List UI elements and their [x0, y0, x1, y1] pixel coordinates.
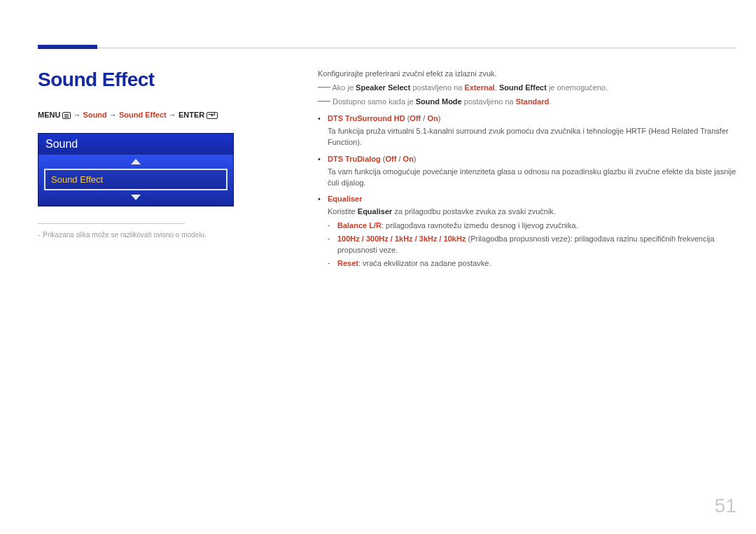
- f1-open: (: [381, 155, 386, 163]
- note1-b1: Speaker Select: [356, 83, 410, 92]
- sub2-h: Reset: [337, 259, 358, 267]
- f0-opt2: On: [427, 114, 438, 122]
- sub0-t: : prilagođava ravnotežu između desnog i …: [382, 221, 578, 230]
- note2-t2: postavljeno na: [462, 97, 516, 106]
- page-title: Sound Effect: [38, 69, 276, 91]
- note2-t1: Dostupno samo kada je: [332, 97, 416, 106]
- chevron-down-icon[interactable]: [131, 195, 141, 200]
- sub1-h: 100Hz / 300Hz / 1kHz / 3kHz / 10kHz: [337, 234, 465, 243]
- feature-dts-trudialog: DTS TruDialog (Off / On) Ta vam funkcija…: [318, 154, 736, 189]
- note1-h1: External: [464, 83, 494, 92]
- osd-menu: Sound Sound Effect: [38, 133, 234, 206]
- f1-opt1: Off: [386, 155, 397, 163]
- f2-desc: Koristite Equaliser za prilagodbu postav…: [328, 206, 736, 218]
- sub2-t: : vraća ekvilizator na zadane postavke.: [358, 259, 491, 267]
- f1-name: DTS TruDialog: [328, 155, 381, 163]
- page-content: Sound Effect MENU → Sound → Sound Effect…: [38, 69, 736, 275]
- equaliser-sublist: Balance L/R: prilagođava ravnotežu izmeđ…: [328, 220, 736, 269]
- note1-t1: Ako je: [332, 83, 356, 92]
- f2-desc-post: za prilagodbu postavke zvuka za svaki zv…: [392, 207, 556, 216]
- right-column: Konfigurirajte preferirani zvučni efekt …: [318, 69, 736, 275]
- bc-menu: MENU: [38, 111, 60, 119]
- bc-enter: ENTER: [178, 111, 204, 119]
- osd-body: Sound Effect: [38, 155, 233, 206]
- note2-t3: .: [549, 97, 551, 106]
- intro-text: Konfigurirajte preferirani zvučni efekt …: [318, 69, 736, 80]
- note2-h1: Standard: [516, 97, 550, 106]
- f1-opt2: On: [403, 155, 414, 163]
- f0-desc: Ta funkcija pruža virtualni 5.1-kanalni …: [328, 126, 736, 148]
- bc-arrow3: →: [169, 111, 176, 119]
- note-2: ― Dostupno samo kada je Sound Mode posta…: [318, 97, 736, 108]
- f0-close: ): [438, 114, 441, 122]
- f1-desc: Ta vam funkcija omogućuje povećanje inte…: [328, 167, 736, 189]
- osd-header: Sound: [38, 134, 233, 155]
- f0-name: DTS TruSurround HD: [328, 114, 405, 122]
- sub-reset: Reset: vraća ekvilizator na zadane posta…: [328, 258, 736, 269]
- bc-arrow1: →: [74, 111, 81, 119]
- f1-sep: /: [396, 155, 402, 163]
- image-caption: -Prikazana slika može se razlikovati ovi…: [38, 231, 276, 239]
- caption-text: Prikazana slika može se razlikovati ovis…: [43, 231, 206, 239]
- note1-dash: ―: [318, 79, 330, 93]
- note1-t2: postavljeno na: [410, 83, 464, 92]
- feature-dts-trusurround: DTS TruSurround HD (Off / On) Ta funkcij…: [318, 113, 736, 148]
- feature-equaliser: Equaliser Koristite Equaliser za prilago…: [318, 194, 736, 269]
- enter-icon: [206, 112, 218, 119]
- f2-name: Equaliser: [328, 195, 363, 203]
- left-column: Sound Effect MENU → Sound → Sound Effect…: [38, 69, 276, 275]
- sub0-h: Balance L/R: [337, 221, 382, 230]
- f2-desc-pre: Koristite: [328, 207, 358, 216]
- sub-frequencies: 100Hz / 300Hz / 1kHz / 3kHz / 10kHz (Pri…: [328, 234, 736, 256]
- note-1: ― Ako je Speaker Select postavljeno na E…: [318, 83, 736, 94]
- f2-desc-bold: Equaliser: [358, 207, 393, 216]
- menu-icon: [62, 112, 71, 119]
- feature-list: DTS TruSurround HD (Off / On) Ta funkcij…: [318, 113, 736, 269]
- caption-dash: -: [38, 231, 40, 239]
- f0-opt1: Off: [410, 114, 421, 122]
- page-number: 51: [715, 495, 736, 517]
- top-accent-bar: [38, 45, 97, 49]
- bc-sound-effect: Sound Effect: [119, 111, 167, 119]
- note1-b2: Sound Effect: [499, 83, 547, 92]
- f1-close: ): [414, 155, 416, 163]
- bc-sound: Sound: [83, 111, 107, 119]
- bc-arrow2: →: [109, 111, 117, 119]
- sub-balance: Balance L/R: prilagođava ravnotežu izmeđ…: [328, 220, 736, 232]
- breadcrumb: MENU → Sound → Sound Effect → ENTER: [38, 111, 276, 119]
- chevron-up-icon[interactable]: [131, 159, 141, 164]
- note1-t4: je onemogućeno.: [547, 83, 608, 92]
- osd-item-sound-effect[interactable]: Sound Effect: [44, 169, 227, 190]
- note2-dash: ―: [318, 93, 330, 107]
- top-rule: [38, 48, 736, 48]
- note2-b1: Sound Mode: [416, 97, 462, 106]
- separator: [38, 223, 185, 224]
